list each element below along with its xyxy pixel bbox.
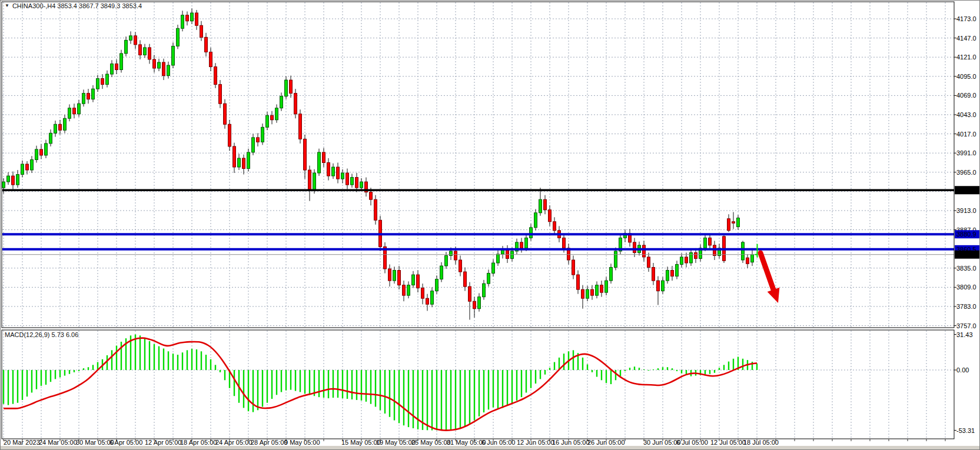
candle: [337, 167, 340, 179]
chart-window: 4173.04147.04121.04095.04069.04043.04017…: [0, 0, 980, 450]
candle: [742, 242, 745, 260]
candle: [224, 104, 227, 124]
candle: [445, 255, 448, 266]
candle: [162, 62, 165, 76]
time-axis-label: 12 Jul 05:00: [710, 439, 746, 446]
time-axis-label: 12 Apr 05:00: [145, 439, 181, 446]
candle: [539, 199, 542, 213]
candle: [129, 36, 132, 41]
candle: [167, 65, 170, 76]
candle: [421, 288, 424, 299]
candle: [31, 159, 34, 170]
candle: [87, 94, 90, 99]
candle: [525, 238, 528, 248]
candle: [544, 199, 547, 210]
candle: [393, 271, 396, 281]
candle: [511, 251, 514, 259]
candle: [690, 252, 693, 263]
candle: [172, 46, 175, 65]
candle: [266, 115, 269, 127]
price-axis-badges: 3940.73880.93860.53853.4: [955, 186, 980, 258]
price-axis-label: 3913.0: [956, 207, 976, 214]
candle: [26, 164, 29, 170]
candle: [285, 80, 288, 96]
candle: [374, 199, 377, 220]
candle: [478, 297, 481, 309]
price-badge-label: 3880.9: [956, 231, 976, 238]
candle: [2, 182, 5, 188]
candle: [572, 260, 575, 275]
price-axis[interactable]: 4173.04147.04121.04095.04069.04043.04017…: [954, 15, 976, 329]
price-badge-label: 3940.7: [956, 186, 976, 194]
candle: [228, 124, 231, 146]
candle: [633, 242, 636, 253]
candle: [657, 281, 660, 291]
candle: [459, 260, 462, 272]
price-gridlines: [2, 19, 954, 326]
symbol-title[interactable]: ▼ CHINA300-,H4 3853.4 3867.7 3849.3 3853…: [5, 2, 142, 9]
time-axis-label: 24 Apr 05:00: [215, 439, 252, 446]
candle: [153, 59, 156, 68]
candle: [271, 115, 274, 120]
candle: [492, 263, 495, 274]
candle: [49, 133, 52, 144]
price-axis-label: 4173.0: [956, 15, 976, 22]
candle: [610, 268, 613, 281]
candle: [261, 127, 264, 142]
candle: [68, 108, 71, 119]
candle: [473, 301, 476, 309]
candle: [605, 281, 608, 292]
candle: [680, 257, 683, 265]
time-axis[interactable]: 20 Mar 202324 Mar 05:0030 Mar 05:006 Apr…: [4, 439, 945, 446]
time-axis-label: 31 May 05:00: [447, 439, 486, 446]
price-axis-label: 3991.0: [956, 149, 976, 156]
time-axis-label: 16 Jun 05:00: [552, 439, 590, 446]
candle: [685, 257, 688, 263]
candle: [398, 271, 401, 285]
price-axis-label: 4017.0: [956, 131, 976, 138]
candle: [370, 192, 373, 200]
candle: [412, 275, 415, 285]
candle: [186, 15, 189, 21]
candle: [586, 289, 589, 298]
candle: [464, 272, 467, 286]
candle: [530, 228, 533, 238]
price-axis-label: 3809.0: [956, 284, 976, 291]
window-bottom-strip: [1, 446, 980, 450]
time-axis-label: 12 Jun 05:00: [517, 439, 554, 446]
candle: [92, 89, 95, 99]
candle: [403, 285, 406, 296]
trend-arrow-annotation[interactable]: [760, 253, 779, 303]
candle: [436, 279, 438, 291]
price-axis-label: 4147.0: [956, 35, 976, 42]
candle: [591, 289, 594, 295]
candle: [247, 152, 250, 169]
candle: [737, 218, 740, 227]
macd-label-text: MACD(12,26,9) 5.73 6.06: [5, 331, 78, 338]
candle: [313, 173, 316, 191]
candle: [82, 94, 85, 104]
arrow-head-icon: [768, 288, 780, 303]
candle: [257, 138, 260, 142]
candle: [454, 251, 457, 260]
candle: [299, 114, 302, 139]
candle: [727, 219, 730, 231]
time-axis-label: 28 Apr 05:00: [251, 439, 287, 446]
candle: [219, 85, 222, 104]
chevron-down-icon[interactable]: ▼: [5, 4, 9, 8]
candle: [497, 254, 500, 263]
price-axis-label: 4121.0: [956, 54, 976, 61]
candle: [407, 285, 410, 296]
candle: [106, 74, 109, 85]
candlestick-chart-canvas[interactable]: 4173.04147.04121.04095.04069.04043.04017…: [1, 1, 980, 450]
candle: [323, 152, 325, 163]
candle: [332, 167, 335, 176]
time-axis-label: 9 May 05:00: [284, 439, 320, 446]
candle: [417, 275, 420, 288]
horizontal-level-lines[interactable]: [2, 190, 954, 254]
candle: [280, 96, 283, 108]
candle: [751, 255, 754, 262]
price-axis-label: 3783.0: [956, 303, 976, 310]
time-axis-label: 18 Jul 05:00: [743, 439, 779, 446]
candle: [21, 164, 24, 175]
